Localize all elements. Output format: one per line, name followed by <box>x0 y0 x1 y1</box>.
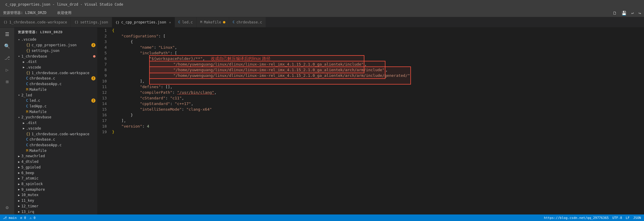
tab-led[interactable]: C led.c <box>175 17 197 27</box>
sidebar-item-spinlock[interactable]: ▶ 8_spinlock <box>14 181 97 187</box>
dist1-label: .dist <box>26 60 97 64</box>
status-bar: ⎇ main ⊘ 0 ⚠ 0 https://blog.csdn.net/qq_… <box>0 214 644 221</box>
spinlock-label: 8_spinlock <box>21 182 97 186</box>
vscode-arrow: ▾ <box>17 38 21 41</box>
chrdevbaseapp2-icon: C <box>26 143 28 147</box>
line-num-4: 4 <box>97 44 107 50</box>
yuchrdevbase-arrow: ▾ <box>17 116 21 119</box>
sidebar-item-mutex[interactable]: ▶ 10_mutex <box>14 192 97 198</box>
toolbar-icon-new[interactable]: 🗋 <box>613 11 617 15</box>
code-line-4: "name": "Linux", <box>112 44 644 50</box>
code-line-18: "version": 4 <box>112 123 644 129</box>
tab-cpp-icon: {} <box>116 20 119 24</box>
timer-label: 12_timer <box>21 204 97 208</box>
settings-icon: {} <box>26 49 30 53</box>
makefile3-icon: M <box>26 149 28 153</box>
toolbar-icon-redo[interactable]: ↪ <box>639 11 641 15</box>
code-editor[interactable]: { "configurations": [ { "name": "Linux",… <box>109 28 644 214</box>
tab-settings[interactable]: {} settings.json <box>71 17 112 27</box>
status-line-ending[interactable]: LF <box>626 216 629 220</box>
status-warnings[interactable]: ⚠ 0 <box>30 216 36 220</box>
makefile2-icon: M <box>26 110 28 114</box>
tab-workspace[interactable]: {} 1_chrdevbase.code-workspace <box>0 17 71 27</box>
activity-debug[interactable]: ▷ <box>3 66 11 74</box>
chrdevbase-c-badge: 2 <box>91 76 95 80</box>
chrdevbase-c-icon: C <box>26 76 28 80</box>
sidebar-item-vscode[interactable]: ▾ .vscode <box>14 37 97 42</box>
tab-cpp-close[interactable]: ✕ <box>169 21 171 24</box>
sidebar-item-led-group[interactable]: ▾ 2_led <box>14 92 97 98</box>
activity-git[interactable]: ⎇ <box>3 54 11 62</box>
status-branch[interactable]: ⎇ main <box>3 216 17 220</box>
key-label: 11_key <box>21 198 97 203</box>
sidebar-item-workspace2[interactable]: {} 1_chrdevbase.code-workspace <box>14 131 97 137</box>
sidebar-item-irq[interactable]: ▶ 13_irq <box>14 209 97 214</box>
sidebar-item-timer[interactable]: ▶ 12_timer <box>14 203 97 209</box>
tab-cpp-properties[interactable]: {} c_cpp_properties.json ✕ <box>112 17 175 27</box>
sidebar-item-led-c[interactable]: C led.c 2 <box>14 98 97 104</box>
sidebar-item-makefile3[interactable]: M Makefile <box>14 148 97 153</box>
irq-label: 13_irq <box>21 210 97 214</box>
tab-chrdevbase-label: chrdevbase.c <box>236 20 262 24</box>
code-line-9: "/home/yuwenguang/linux/dlinux/linux-imx… <box>112 73 644 78</box>
sidebar-item-atomic[interactable]: ▶ 7_atomic <box>14 176 97 181</box>
sidebar-item-dist1[interactable]: ▶ .dist <box>14 59 97 65</box>
sidebar-item-vscode2[interactable]: ▶ .vscode <box>14 65 97 70</box>
sidebar-item-workspace[interactable]: {} 1_chrdevbase.code-workspace <box>14 70 97 76</box>
title-bar: c_cpp_properties.json - linux_drzd - Vis… <box>0 0 644 9</box>
sidebar-item-key[interactable]: ▶ 11_key <box>14 198 97 203</box>
sidebar-item-gpioled[interactable]: ▶ 5_gpioled <box>14 165 97 170</box>
code-line-13: "cStandard": "c11", <box>112 95 644 101</box>
sidebar-item-chrdevbase-c[interactable]: C chrdevbase.c 2 <box>14 76 97 81</box>
makefile3-label: Makefile <box>29 149 97 153</box>
status-right: https://blog.csdn.net/qq_29776365 UTF-8 … <box>544 216 641 220</box>
sidebar-item-yuchrdevbase[interactable]: ▾ 2_yuchrdevbase <box>14 115 97 120</box>
code-line-17: ], <box>112 118 644 123</box>
sidebar-item-chrdevbaseapp-c[interactable]: C chrdevbaseApp.c <box>14 81 97 87</box>
code-line-1: { <box>112 28 644 33</box>
sidebar-item-chrdevbase-c2[interactable]: C chrdevbase.c <box>14 137 97 142</box>
activity-settings[interactable]: ⚙ <box>3 203 11 212</box>
sidebar-item-makefile1[interactable]: M Makefile <box>14 87 97 92</box>
activity-bar: ☰ 🔍 ⎇ ▷ ⊞ ⚙ <box>0 28 14 214</box>
code-line-19: } <box>112 129 644 135</box>
sidebar-item-newchrled[interactable]: ▶ 3_newchrled <box>14 153 97 159</box>
makefile2-label: Makefile <box>29 110 97 114</box>
activity-extensions[interactable]: ⊞ <box>3 77 11 86</box>
chrdevbaseapp2-label: chrdevbaseApp.c <box>29 143 97 147</box>
activity-search[interactable]: 🔍 <box>3 42 11 50</box>
line-num-12: 12 <box>97 90 107 95</box>
cpp-props-icon: {} <box>26 43 30 47</box>
editor-area: 1 2 3 4 5 6 7 8 9 10 11 12 13 14 15 16 1… <box>97 28 644 214</box>
tab-makefile[interactable]: M Makefile <box>197 17 229 27</box>
sidebar-item-beep[interactable]: ▶ 6_beep <box>14 170 97 176</box>
vscode2-label: .vscode <box>26 65 97 69</box>
chrdevbase-modified-dot <box>93 55 95 58</box>
status-language[interactable]: JSON <box>633 216 641 220</box>
sidebar-item-chrdevbaseapp2[interactable]: C chrdevbaseApp.c <box>14 142 97 148</box>
sidebar-item-chrdevbase-group[interactable]: ▾ 1_chrdevbase <box>14 53 97 59</box>
vscode3-label: .vscode <box>26 126 97 131</box>
sidebar-item-vscode3[interactable]: ▶ .vscode <box>14 126 97 131</box>
sidebar-item-cpp-props[interactable]: {} c_cpp_properties.json 2 <box>14 42 97 48</box>
sidebar-item-dist2[interactable]: ▶ .dist <box>14 120 97 126</box>
status-errors[interactable]: ⊘ 0 <box>20 216 26 220</box>
menu-bar: 资源管理器: LINUX_DRZD 欢迎使用 🗋 💾 ↩ ↪ <box>0 9 644 17</box>
sidebar-item-dtsled[interactable]: ▶ 4_dtsled <box>14 159 97 165</box>
tab-settings-label: settings.json <box>80 20 108 24</box>
sidebar-item-settings[interactable]: {} settings.json <box>14 48 97 53</box>
welcome-label: 欢迎使用 <box>57 10 71 15</box>
tab-chrdevbase[interactable]: C chrdevbase.c <box>229 17 266 27</box>
line-num-13: 13 <box>97 95 107 101</box>
toolbar-icon-undo[interactable]: ↩ <box>631 11 634 15</box>
sidebar-item-semaphore[interactable]: ▶ 9_semaphore <box>14 187 97 192</box>
sidebar-item-ledapp-c[interactable]: C ledApp.c <box>14 104 97 109</box>
status-encoding[interactable]: UTF-8 <box>612 216 622 220</box>
toolbar-icon-save[interactable]: 💾 <box>621 11 627 15</box>
sidebar-item-makefile2[interactable]: M Makefile <box>14 109 97 115</box>
tab-workspace-label: 1_chrdevbase.code-workspace <box>9 20 67 24</box>
line-num-17: 17 <box>97 118 107 123</box>
activity-explorer[interactable]: ☰ <box>3 30 11 38</box>
sidebar-header: 资源管理器: LINUX_DRZD <box>14 28 97 37</box>
line-num-3: 3 <box>97 39 107 44</box>
